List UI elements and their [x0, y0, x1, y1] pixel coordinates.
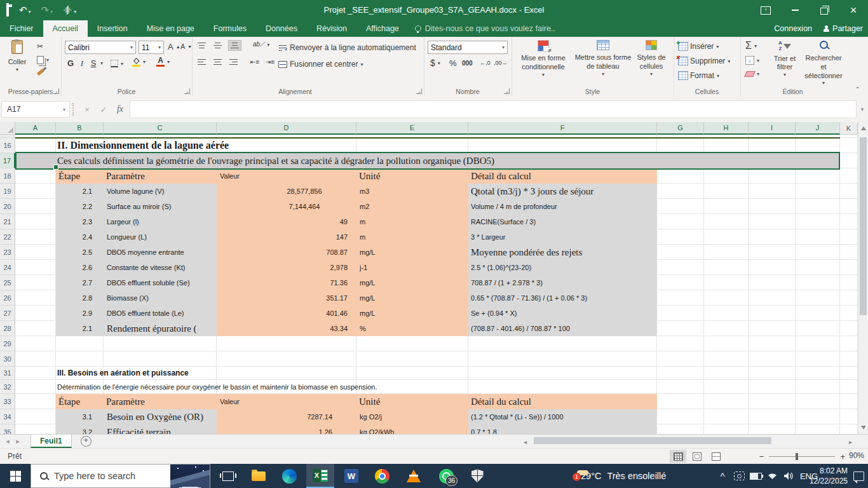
scroll-up-arrow[interactable]	[861, 126, 866, 130]
cell-J28[interactable]	[796, 321, 840, 336]
cell-K17[interactable]	[840, 153, 858, 168]
cell-F21[interactable]: RACINE(Surface / 3)	[468, 214, 657, 229]
cell-H16[interactable]	[704, 138, 749, 153]
tell-me-box[interactable]: Dites-nous ce que vous voulez faire..	[415, 20, 555, 37]
restore-button[interactable]	[810, 0, 839, 20]
autosum-button[interactable]: Σ▾	[745, 41, 757, 51]
cell-H28[interactable]	[704, 321, 749, 336]
column-header-E[interactable]: E	[356, 122, 468, 135]
cell-J21[interactable]	[796, 214, 840, 229]
cell-F27[interactable]: Se + (0.94 * X)	[468, 306, 657, 321]
cell-H22[interactable]	[704, 229, 749, 245]
thousands-button[interactable]: 000	[462, 60, 473, 67]
cell-C22[interactable]: Longueur (L)	[104, 229, 217, 245]
row-number[interactable]: 23	[0, 245, 15, 260]
insert-function-button[interactable]: fx	[112, 101, 128, 118]
cell-F30[interactable]	[468, 351, 657, 367]
tab-affichage[interactable]: Affichage	[356, 20, 409, 37]
cell-H18[interactable]	[704, 168, 749, 184]
cell-K32[interactable]	[840, 380, 858, 394]
cell-F31[interactable]	[468, 367, 657, 380]
cell-B18[interactable]: Étape	[56, 168, 104, 184]
cell-G18[interactable]	[657, 168, 704, 184]
cell-C34[interactable]: Besoin en Oxygène (OR)	[104, 409, 217, 424]
align-left-button[interactable]	[197, 58, 207, 65]
whatsapp-button[interactable]: 36	[433, 464, 459, 488]
cell-A33[interactable]	[15, 394, 56, 409]
weather-widget[interactable]: 1 29°C Très ensoleillé	[575, 464, 696, 488]
cell-K31[interactable]	[840, 367, 858, 380]
cell-G19[interactable]	[657, 184, 704, 199]
cell-styles-button[interactable]: Styles de cellules▾	[632, 41, 670, 78]
cancel-formula-button[interactable]: ×	[79, 101, 95, 118]
select-all-corner[interactable]	[0, 122, 15, 135]
tray-recorder-button[interactable]	[731, 464, 747, 488]
borders-button[interactable]: ▾	[111, 60, 123, 67]
task-view-button[interactable]	[216, 464, 240, 488]
row-number[interactable]: 18	[0, 168, 15, 184]
cell-K27[interactable]	[840, 306, 858, 321]
cell-B33[interactable]: Étape	[56, 394, 104, 409]
cell-I28[interactable]	[749, 321, 796, 336]
orientation-button[interactable]: ab⟋▾	[253, 41, 269, 48]
cell-G22[interactable]	[657, 229, 704, 245]
cell-I18[interactable]	[749, 168, 796, 184]
cell-C26[interactable]: Biomasse (X)	[104, 290, 217, 306]
column-header-I[interactable]: I	[749, 122, 796, 135]
fill-button[interactable]: ↓▾	[745, 56, 759, 65]
align-right-button[interactable]	[229, 58, 238, 65]
cell-J29[interactable]	[796, 336, 840, 351]
cell-H34[interactable]	[704, 409, 749, 424]
horizontal-scroll-thumb[interactable]	[534, 437, 771, 444]
cell-B34[interactable]: 3.1	[56, 409, 104, 424]
expand-formula-bar-button[interactable]: ▾	[857, 101, 868, 118]
cell-F29[interactable]	[468, 336, 657, 351]
cell-A34[interactable]	[15, 409, 56, 424]
cell-F25[interactable]: 708.87 / (1 + 2.978 * 3)	[468, 275, 657, 290]
cell-K24[interactable]	[840, 260, 858, 275]
decrease-indent-button[interactable]: ⇤≡	[250, 58, 259, 65]
cut-button[interactable]: ✂	[37, 42, 43, 51]
sheet-nav-right[interactable]: ▸	[13, 437, 23, 445]
cell-H26[interactable]	[704, 290, 749, 306]
excel-taskbar-button[interactable]: X	[306, 464, 334, 488]
underline-button[interactable]: S▾	[89, 58, 103, 68]
tab-révision[interactable]: Révision	[307, 20, 356, 37]
cell-A26[interactable]	[15, 290, 56, 306]
cell-J27[interactable]	[796, 306, 840, 321]
cell-J18[interactable]	[796, 168, 840, 184]
search-daily-image[interactable]	[170, 464, 210, 488]
cell-E20[interactable]: m2	[356, 199, 468, 214]
cell-A32[interactable]	[15, 380, 56, 394]
sheet-nav-left[interactable]: ◂	[3, 437, 13, 445]
cell-H31[interactable]	[704, 367, 749, 380]
enter-formula-button[interactable]: ✓	[95, 101, 112, 118]
undo-button[interactable]: ↶▾	[19, 4, 31, 16]
cell-G28[interactable]	[657, 321, 704, 336]
font-dialog-launcher[interactable]	[184, 88, 190, 94]
decrease-decimal-button[interactable]: ,00→	[494, 60, 508, 66]
cell-B24[interactable]: 2.6	[56, 260, 104, 275]
cell-K30[interactable]	[840, 351, 858, 367]
cell-E28[interactable]: %	[356, 321, 468, 336]
cell-G27[interactable]	[657, 306, 704, 321]
cell-A25[interactable]	[15, 275, 56, 290]
cell-K20[interactable]	[840, 199, 858, 214]
format-cells-button[interactable]: Format▾	[679, 71, 719, 80]
cell-J25[interactable]	[796, 275, 840, 290]
cell-H32[interactable]	[704, 380, 749, 394]
cell-C29[interactable]	[104, 336, 217, 351]
zoom-level[interactable]: 90%	[845, 451, 864, 460]
cell-D34[interactable]: 7287.14	[217, 409, 356, 424]
cell-B17[interactable]: Ces calculs définissent la géométrie de …	[56, 153, 104, 168]
cell-B26[interactable]: 2.8	[56, 290, 104, 306]
cell-K21[interactable]	[840, 214, 858, 229]
cell-I30[interactable]	[749, 351, 796, 367]
copy-button[interactable]: ▾	[37, 56, 49, 64]
cell-D28[interactable]: 43.34	[217, 321, 356, 336]
cell-F18[interactable]: Détail du calcul	[468, 168, 657, 184]
redo-button[interactable]: ↷▾	[41, 4, 53, 16]
cell-H29[interactable]	[704, 336, 749, 351]
cell-A20[interactable]	[15, 199, 56, 214]
cell-J23[interactable]	[796, 245, 840, 260]
